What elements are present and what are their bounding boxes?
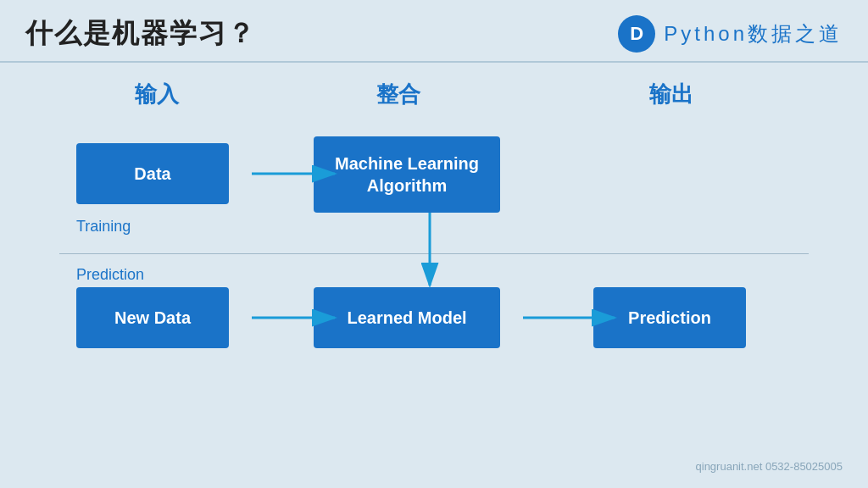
column-headers: 输入 整合 输出	[51, 80, 817, 109]
learned-model-box: Learned Model	[314, 287, 500, 348]
divider-line	[59, 253, 809, 254]
brand-name: Python数据之道	[664, 20, 843, 47]
col-header-input: 输入	[59, 80, 254, 109]
new-data-box: New Data	[76, 287, 229, 348]
watermark: qingruanit.net 0532-85025005	[696, 460, 843, 473]
header: 什么是机器学习？ D Python数据之道	[0, 0, 868, 61]
prediction-box: Prediction	[593, 287, 746, 348]
brand-logo-icon: D	[618, 15, 655, 53]
col-header-output: 输出	[526, 80, 817, 109]
main-content: 输入 整合 输出 Data Machine LearningAlgorithm …	[0, 63, 868, 431]
training-label: Training	[76, 218, 131, 236]
col-header-integrate: 整合	[271, 80, 526, 109]
brand: D Python数据之道	[618, 15, 843, 53]
diagram: Data Machine LearningAlgorithm New Data …	[51, 126, 817, 414]
prediction-label: Prediction	[76, 266, 144, 284]
page-title: 什么是机器学习？	[25, 15, 256, 53]
data-box: Data	[76, 143, 229, 204]
ml-algorithm-box: Machine LearningAlgorithm	[314, 136, 500, 213]
